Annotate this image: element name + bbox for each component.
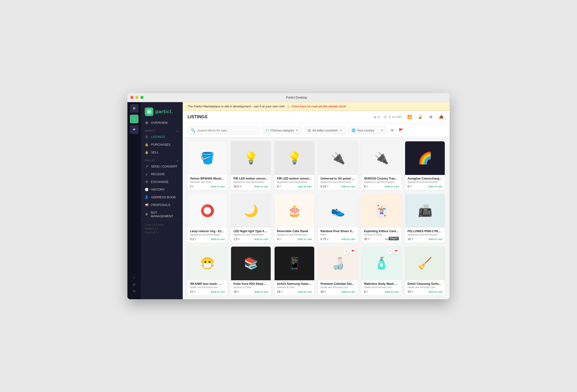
help-icon[interactable]: ? bbox=[133, 276, 136, 281]
product-card[interactable]: 🪣 Tetrion WFW400 Wood... Hardware and To… bbox=[187, 141, 227, 190]
market-chevron: ▲ bbox=[176, 130, 179, 132]
product-name: SKROSS Country Trav... bbox=[364, 177, 399, 180]
product-card[interactable]: 💡 PIR LED motion sensor... Appliances an… bbox=[275, 141, 314, 190]
report-card-button[interactable]: 🚩 bbox=[350, 249, 356, 254]
sidebar-item-history[interactable]: 🕐 HISTORY bbox=[141, 186, 183, 193]
add-to-cart-button[interactable]: Add to cart bbox=[429, 238, 442, 241]
flag-button[interactable]: 🚩 bbox=[398, 127, 404, 134]
product-name: Waterless Body Wash ... bbox=[364, 282, 399, 285]
product-card[interactable]: 🎂 Reversible Cake Stand Appliances and K… bbox=[275, 194, 314, 243]
report-badge[interactable]: Report bbox=[389, 237, 399, 240]
add-to-cart-button[interactable]: Add to cart bbox=[429, 290, 442, 293]
cog-icon[interactable]: ⚙ bbox=[428, 114, 434, 120]
location-filter[interactable]: 🌐 Your country ▼ bbox=[348, 127, 387, 134]
cart-parts: 55 PART bbox=[392, 116, 402, 118]
product-name: Premium Colloidal Silv... bbox=[321, 282, 355, 285]
product-card[interactable]: 💡 PIR LED motion sensor... Appliances an… bbox=[231, 141, 271, 190]
stack-count: 1 bbox=[378, 115, 380, 119]
minimize-button[interactable] bbox=[135, 96, 139, 99]
add-to-cart-button[interactable]: Add to cart bbox=[254, 185, 268, 188]
price-symbol: P bbox=[194, 290, 196, 293]
close-button[interactable] bbox=[130, 96, 133, 99]
market-icon-btn[interactable]: 🛒 bbox=[130, 115, 139, 123]
product-category: Appliances and Kitchenware bbox=[321, 181, 355, 183]
report-card-button[interactable]: 🚩 bbox=[394, 249, 399, 254]
add-to-cart-button[interactable]: Add to cart bbox=[211, 238, 225, 241]
product-footer: 18 P Add to cart bbox=[233, 290, 268, 293]
add-to-cart-button[interactable]: Add to cart bbox=[211, 290, 225, 293]
search-box[interactable]: 🔍 bbox=[187, 126, 260, 134]
product-card[interactable]: 🃏 Report Exploding Kittens Card... Servi… bbox=[361, 194, 401, 243]
sidebar-item-bot-management[interactable]: ⚙ BOT MANAGEMENT bbox=[141, 209, 183, 220]
category-filter[interactable]: 🏷 Choose category ▼ bbox=[262, 127, 302, 134]
add-to-cart-button[interactable]: Add to cart bbox=[211, 185, 225, 188]
signal-icon[interactable]: 📶 bbox=[406, 114, 413, 120]
favorite-button[interactable]: ♡ bbox=[343, 249, 349, 254]
sidebar-item-purchases[interactable]: 🔒 PURCHASES bbox=[141, 141, 183, 148]
add-to-cart-button[interactable]: Add to cart bbox=[341, 290, 355, 293]
country-filter[interactable]: ▤ All seller countries ▼ bbox=[305, 127, 345, 134]
add-to-cart-button[interactable]: Add to cart bbox=[254, 238, 268, 241]
product-card[interactable]: 🔌 Universal to UK power ... Appliances a… bbox=[318, 141, 358, 190]
stack-badge[interactable]: 🗂 1 bbox=[373, 115, 380, 119]
sidebar-item-listings[interactable]: ☰ LISTINGS bbox=[141, 133, 183, 141]
product-card[interactable]: 🌙 LED Night light Type A ... Appliances … bbox=[231, 194, 271, 243]
add-to-cart-button[interactable]: Add to cart bbox=[385, 185, 399, 188]
add-to-cart-button[interactable]: Add to cart bbox=[298, 185, 312, 188]
product-card[interactable]: 📱 tech21 Samsung Galax... Services & Oth… bbox=[275, 247, 314, 295]
add-to-cart-button[interactable]: Add to cart bbox=[385, 290, 399, 293]
address-book-icon: 👤 bbox=[145, 195, 148, 199]
sidebar-item-send-convert[interactable]: ↗ SEND / CONVERT bbox=[141, 163, 183, 170]
product-card[interactable]: 👟 Rainbow Pool Shoes S... Adult 0.75 P A… bbox=[318, 194, 358, 243]
product-name: LED Night light Type A ... bbox=[233, 230, 268, 233]
version-core: Core 0.19.1.1 bbox=[145, 231, 179, 235]
warning-link[interactable]: Click here to read all the details first… bbox=[292, 105, 346, 108]
cart-badge[interactable]: 🛒 1 55 PART bbox=[383, 115, 402, 119]
product-info: Reversible Cake Stand Appliances and Kit… bbox=[275, 228, 314, 243]
price-symbol: P bbox=[327, 185, 329, 188]
product-card[interactable]: 📚 Kobo Aura H2O Sleep ... Services & Oth… bbox=[231, 247, 271, 295]
product-card[interactable]: 🧴 ♡ 🚩 Waterless Body Wash ... Health and… bbox=[361, 247, 401, 295]
add-to-cart-button[interactable]: Add to cart bbox=[254, 290, 268, 293]
add-to-cart-button[interactable]: Add to cart bbox=[341, 238, 355, 241]
favorite-button[interactable]: ♡ bbox=[387, 249, 393, 254]
product-card[interactable]: 🔌 SKROSS Country Trav... Appliances and … bbox=[361, 141, 401, 190]
refresh-button[interactable]: ⟳ bbox=[390, 127, 395, 134]
sidebar-item-exchange[interactable]: ⟳ EXCHANGE bbox=[141, 178, 183, 186]
product-card[interactable]: 🍶 ♡ 🚩 Premium Colloidal Silv... Health a… bbox=[318, 247, 358, 295]
maximize-button[interactable] bbox=[141, 96, 144, 99]
product-card[interactable]: 🌈 Auraglow Colourchange... Appliances an… bbox=[405, 141, 445, 190]
products-grid: 🪣 Tetrion WFW400 Wood... Hardware and To… bbox=[187, 141, 445, 295]
settings-icon[interactable]: ⚙ bbox=[133, 283, 136, 287]
search-input[interactable] bbox=[197, 129, 256, 132]
product-footer: 18 P Add to cart bbox=[277, 290, 312, 293]
location-filter-label: Your country bbox=[357, 129, 375, 132]
filters-bar: 🔍 🏷 Choose category ▼ ▤ All seller count… bbox=[183, 124, 450, 138]
product-name: 3M KN95 face mask - ... bbox=[190, 282, 225, 285]
product-price: 16.5 P bbox=[233, 185, 242, 188]
add-to-cart-button[interactable]: Add to cart bbox=[429, 185, 442, 188]
settings2-icon[interactable]: ⚙ bbox=[133, 289, 136, 293]
sidebar-item-proposals[interactable]: 📢 PROPOSALS bbox=[141, 201, 183, 209]
sidebar-item-receive[interactable]: ↙ RECEIVE bbox=[141, 170, 183, 178]
product-footer: 40 P Add to cart bbox=[321, 290, 355, 293]
stack-icon: 🗂 bbox=[373, 115, 376, 119]
product-card[interactable]: 📠 FELLOWES P500-2 PE... Appliances and K… bbox=[405, 194, 445, 243]
add-to-cart-button[interactable]: Add to cart bbox=[341, 185, 355, 188]
product-card[interactable]: 😷 3M KN95 face mask - ... Health and Per… bbox=[187, 247, 227, 295]
product-footer: 16.5 P Add to cart bbox=[233, 185, 268, 188]
logo-text: particl. bbox=[155, 109, 173, 114]
add-to-cart-button[interactable]: Add to cart bbox=[298, 290, 312, 293]
add-btn[interactable]: + bbox=[130, 125, 139, 134]
inbox-icon[interactable]: 📥 bbox=[438, 114, 445, 120]
user-avatar[interactable]: D bbox=[130, 104, 139, 113]
sidebar-item-overview[interactable]: ⊞ OVERVIEW bbox=[141, 119, 183, 127]
sidebar-item-address-book[interactable]: 👤 ADDRESS BOOK bbox=[141, 193, 183, 201]
lock-icon[interactable]: 🔒 bbox=[417, 114, 424, 120]
product-info: Dettol Cleansing Surfa... Health and Per… bbox=[405, 280, 445, 295]
product-card[interactable]: 🧹 Dettol Cleansing Surfa... Health and P… bbox=[405, 247, 445, 295]
sidebar-left: D 🛒 + ? ⚙ ⚙ bbox=[127, 102, 141, 299]
sidebar-item-sell[interactable]: 🔒 SELL bbox=[141, 148, 183, 156]
add-to-cart-button[interactable]: Add to cart bbox=[298, 238, 312, 241]
product-card[interactable]: ⭕ Lamp reducer ring - E2... Appliances a… bbox=[187, 194, 227, 243]
